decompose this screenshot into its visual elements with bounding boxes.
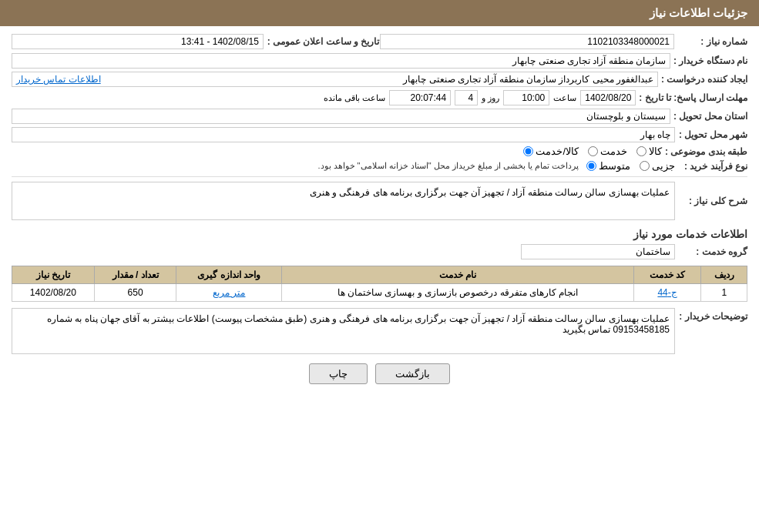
- purchase-type-radio-1[interactable]: [640, 161, 650, 171]
- buyer-notes-row: توضیحات خریدار : عملیات بهسازی سالن رسال…: [12, 308, 747, 354]
- deadline-remaining-label: ساعت باقی مانده: [324, 93, 385, 103]
- page-header: جزئیات اطلاعات نیاز: [0, 0, 759, 26]
- category-radio-2[interactable]: [588, 146, 598, 156]
- purchase-type-container: جزیی متوسط پرداخت تمام یا بخشی از مبلغ خ…: [317, 160, 675, 172]
- service-group-value: ساختمان: [521, 244, 675, 259]
- category-radio-1[interactable]: [636, 146, 646, 156]
- need-number-section: شماره نیاز : 1102103348000021: [380, 34, 748, 49]
- need-number-value: 1102103348000021: [380, 34, 675, 49]
- col-service-name: نام خدمت: [282, 266, 634, 284]
- top-info-row: شماره نیاز : 1102103348000021 تاریخ و سا…: [12, 34, 747, 49]
- purchase-type-option-2-label: متوسط: [599, 160, 630, 172]
- back-button[interactable]: بازگشت: [375, 363, 450, 384]
- category-option-1-label: کالا: [649, 146, 662, 157]
- date-value: 1402/08/15 - 13:41: [12, 34, 264, 49]
- category-radio-group: کالا خدمت کالا/خدمت: [523, 146, 662, 157]
- deadline-days-label: روز و: [482, 93, 499, 103]
- cell-quantity: 650: [94, 284, 176, 302]
- col-row-num: ردیف: [701, 266, 747, 284]
- category-option-3-label: کالا/خدمت: [536, 146, 579, 157]
- col-date: تاریخ نیاز: [12, 266, 95, 284]
- date-section: تاریخ و ساعت اعلان عمومی : 1402/08/15 - …: [12, 34, 380, 49]
- purchase-type-option-1: جزیی: [640, 160, 675, 172]
- services-table: ردیف کد خدمت نام خدمت واحد اندازه گیری ت…: [12, 266, 747, 302]
- deadline-time-label: ساعت: [553, 93, 576, 103]
- table-row: 1ج-44انجام کارهای متفرقه درخصوص بازسازی …: [12, 284, 747, 302]
- category-option-2: خدمت: [588, 146, 627, 157]
- col-unit: واحد اندازه گیری: [176, 266, 282, 284]
- category-option-3: کالا/خدمت: [523, 146, 579, 157]
- category-option-1: کالا: [636, 146, 662, 157]
- col-service-code: کد خدمت: [633, 266, 701, 284]
- purchase-type-radio-2[interactable]: [586, 161, 596, 171]
- category-radio-3[interactable]: [523, 146, 533, 156]
- purchase-type-radio-group: جزیی متوسط: [586, 160, 675, 172]
- category-row: طبقه بندی موضوعی : کالا خدمت کالا/خدمت: [12, 146, 747, 157]
- purchase-type-option-1-label: جزیی: [652, 160, 675, 172]
- buyer-org-label: نام دستگاه خریدار :: [673, 55, 747, 66]
- purchase-type-label: نوع فرآیند خرید :: [678, 161, 747, 172]
- province-row: استان محل تحویل : سیستان و بلوچستان: [12, 109, 747, 124]
- province-label: استان محل تحویل :: [673, 111, 747, 122]
- button-row: بازگشت چاپ: [12, 363, 747, 384]
- creator-value: عبدالغفور محیی کاربرداز سازمان منطقه آزا…: [403, 74, 653, 85]
- services-section-title: اطلاعات خدمات مورد نیاز: [12, 228, 747, 240]
- deadline-row: مهلت ارسال پاسخ: تا تاریخ : 1402/08/20 س…: [12, 90, 747, 105]
- creator-link[interactable]: اطلاعات تماس خریدار: [16, 74, 101, 85]
- page-title: جزئیات اطلاعات نیاز: [650, 6, 747, 19]
- deadline-remaining: 20:07:44: [389, 90, 451, 105]
- page-container: جزئیات اطلاعات نیاز شماره نیاز : 1102103…: [0, 0, 759, 532]
- cell-service_code: ج-44: [633, 284, 701, 302]
- cell-date: 1402/08/20: [12, 284, 95, 302]
- purchase-type-option-2: متوسط: [586, 160, 630, 172]
- buyer-org-value: سازمان منطقه آزاد تجاری صنعتی چابهار: [12, 53, 670, 69]
- description-row: شرح کلی نیاز : عملیات بهسازی سالن رسالت …: [12, 182, 747, 220]
- category-option-2-label: خدمت: [600, 146, 627, 157]
- city-label: شهر محل تحویل :: [678, 129, 747, 140]
- city-row: شهر محل تحویل : چاه بهار: [12, 127, 747, 142]
- print-button[interactable]: چاپ: [309, 363, 368, 384]
- cell-service_name: انجام کارهای متفرقه درخصوص بازسازی و بهس…: [282, 284, 634, 302]
- province-value: سیستان و بلوچستان: [12, 109, 670, 124]
- description-value: عملیات بهسازی سالن رسالت منطقه آزاد / تج…: [12, 182, 675, 220]
- main-content: شماره نیاز : 1102103348000021 تاریخ و سا…: [0, 26, 759, 401]
- buyer-notes-value: عملیات بهسازی سالن رسالت منطقه آزاد / تج…: [12, 308, 675, 354]
- purchase-type-row: نوع فرآیند خرید : جزیی متوسط پرداخت تمام…: [12, 160, 747, 172]
- creator-value-box: عبدالغفور محیی کاربرداز سازمان منطقه آزا…: [12, 72, 658, 87]
- creator-row: ایجاد کننده درخواست : عبدالغفور محیی کار…: [12, 72, 747, 87]
- deadline-time: 10:00: [503, 90, 549, 105]
- buyer-org-row: نام دستگاه خریدار : سازمان منطقه آزاد تج…: [12, 53, 747, 69]
- service-group-label: گروه خدمت :: [678, 246, 747, 257]
- deadline-date: 1402/08/20: [580, 90, 636, 105]
- description-label: شرح کلی نیاز :: [678, 196, 747, 206]
- col-quantity: تعداد / مقدار: [94, 266, 176, 284]
- deadline-fields: 1402/08/20 ساعت 10:00 روز و 4 20:07:44 س…: [324, 90, 636, 105]
- cell-unit: متر مربع: [176, 284, 282, 302]
- buyer-notes-label: توضیحات خریدار :: [678, 308, 747, 322]
- deadline-days: 4: [455, 90, 478, 105]
- category-label: طبقه بندی موضوعی :: [665, 146, 747, 157]
- deadline-label: مهلت ارسال پاسخ: تا تاریخ :: [639, 92, 747, 103]
- service-group-row: گروه خدمت : ساختمان: [12, 244, 747, 259]
- date-label: تاریخ و ساعت اعلان عمومی :: [267, 36, 380, 47]
- cell-row_num: 1: [701, 284, 747, 302]
- purchase-type-note: پرداخت تمام یا بخشی از مبلغ خریداز محل "…: [317, 161, 579, 171]
- need-number-label: شماره نیاز :: [678, 36, 747, 47]
- creator-label: ایجاد کننده درخواست :: [661, 74, 747, 85]
- city-value: چاه بهار: [12, 127, 675, 142]
